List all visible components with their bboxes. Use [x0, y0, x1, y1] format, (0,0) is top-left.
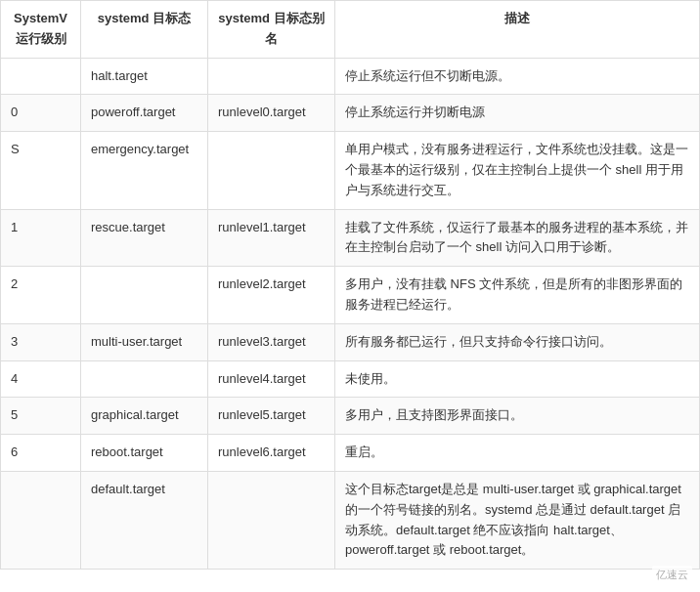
cell-description: 多用户，没有挂载 NFS 文件系统，但是所有的非图形界面的服务进程已经运行。: [335, 267, 700, 324]
cell-alias: [208, 58, 335, 95]
cell-description: 所有服务都已运行，但只支持命令行接口访问。: [335, 323, 700, 360]
cell-target: multi-user.target: [81, 323, 208, 360]
header-alias: systemd 目标态别名: [208, 1, 335, 59]
table-row: halt.target停止系统运行但不切断电源。: [1, 58, 700, 95]
header-target: systemd 目标态: [81, 1, 208, 59]
table-row: Semergency.target单用户模式，没有服务进程运行，文件系统也没挂载…: [1, 132, 700, 209]
cell-alias: runlevel6.target: [208, 435, 335, 472]
cell-level: 6: [1, 435, 81, 472]
cell-target: poweroff.target: [81, 95, 208, 132]
cell-description: 单用户模式，没有服务进程运行，文件系统也没挂载。这是一个最基本的运行级别，仅在主…: [335, 132, 700, 209]
cell-target: graphical.target: [81, 398, 208, 435]
cell-level: 2: [1, 267, 81, 324]
cell-alias: runlevel1.target: [208, 209, 335, 267]
cell-level: 1: [1, 209, 81, 267]
cell-alias: [208, 132, 335, 209]
systemv-table: SystemV 运行级别 systemd 目标态 systemd 目标态别名 描…: [0, 0, 700, 570]
cell-level: 0: [1, 95, 81, 132]
cell-alias: runlevel5.target: [208, 398, 335, 435]
cell-description: 未使用。: [335, 360, 700, 398]
table-header-row: SystemV 运行级别 systemd 目标态 systemd 目标态别名 描…: [1, 1, 700, 59]
cell-level: [1, 471, 81, 569]
table-row: 1rescue.targetrunlevel1.target挂载了文件系统，仅运…: [1, 209, 700, 267]
cell-alias: runlevel0.target: [208, 95, 335, 132]
cell-description: 重启。: [335, 435, 700, 472]
cell-description: 这个目标态target是总是 multi-user.target 或 graph…: [335, 471, 700, 569]
cell-alias: runlevel4.target: [208, 360, 335, 398]
cell-description: 停止系统运行但不切断电源。: [335, 58, 700, 95]
table-row: default.target这个目标态target是总是 multi-user.…: [1, 471, 700, 569]
cell-level: S: [1, 132, 81, 209]
table-row: 2runlevel2.target多用户，没有挂载 NFS 文件系统，但是所有的…: [1, 267, 700, 324]
cell-level: [1, 58, 81, 95]
cell-level: 5: [1, 398, 81, 435]
cell-alias: [208, 471, 335, 569]
table-row: 5graphical.targetrunlevel5.target多用户，且支持…: [1, 398, 700, 435]
table-row: 6reboot.targetrunlevel6.target重启。: [1, 435, 700, 472]
cell-level: 4: [1, 360, 81, 398]
cell-target: [81, 360, 208, 398]
table-row: 0poweroff.targetrunlevel0.target停止系统运行并切…: [1, 95, 700, 132]
table-row: 4runlevel4.target未使用。: [1, 360, 700, 398]
cell-description: 挂载了文件系统，仅运行了最基本的服务进程的基本系统，并在主控制台启动了一个 sh…: [335, 209, 700, 267]
cell-target: reboot.target: [81, 435, 208, 472]
watermark: 亿速云: [652, 566, 692, 570]
header-description: 描述: [335, 1, 700, 59]
cell-alias: runlevel2.target: [208, 267, 335, 324]
cell-target: halt.target: [81, 58, 208, 95]
cell-description: 停止系统运行并切断电源: [335, 95, 700, 132]
header-level: SystemV 运行级别: [1, 1, 81, 59]
main-container: SystemV 运行级别 systemd 目标态 systemd 目标态别名 描…: [0, 0, 700, 570]
cell-target: default.target: [81, 471, 208, 569]
cell-alias: runlevel3.target: [208, 323, 335, 360]
cell-target: rescue.target: [81, 209, 208, 267]
cell-target: [81, 267, 208, 324]
cell-target: emergency.target: [81, 132, 208, 209]
cell-description: 多用户，且支持图形界面接口。: [335, 398, 700, 435]
table-row: 3multi-user.targetrunlevel3.target所有服务都已…: [1, 323, 700, 360]
cell-level: 3: [1, 323, 81, 360]
